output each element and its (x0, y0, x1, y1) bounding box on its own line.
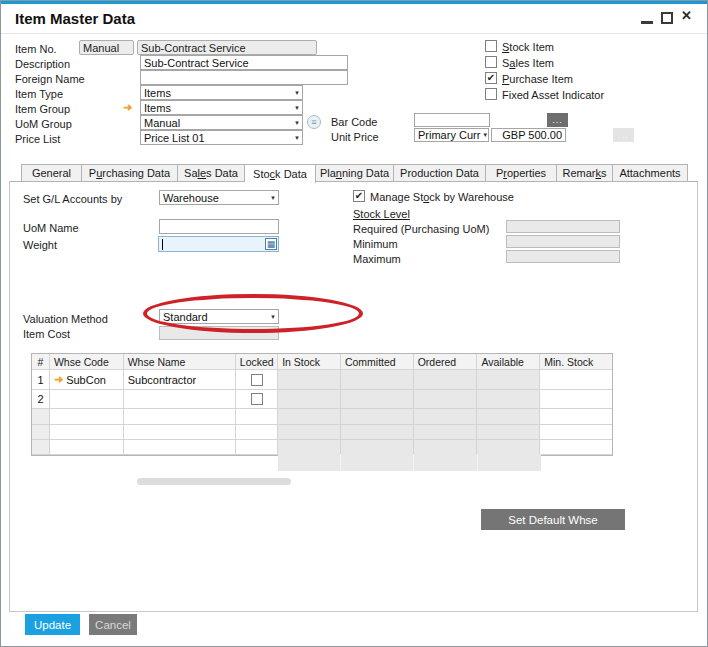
footer-cell (478, 454, 541, 471)
column-header[interactable]: In Stock (278, 354, 341, 370)
manage-stock-checkbox[interactable]: ✔ (353, 190, 365, 202)
item-master-data-window: Item Master Data ✕ Item No. Manual Sub-C… (0, 0, 708, 647)
whse-code-cell[interactable] (50, 409, 124, 425)
column-header[interactable]: Whse Name (124, 354, 237, 370)
whse-name-cell[interactable] (124, 390, 237, 409)
whse-code-cell[interactable] (50, 390, 124, 409)
column-header[interactable]: Ordered (414, 354, 478, 370)
chevron-down-icon: ▼ (270, 195, 276, 201)
tab-general[interactable]: General (21, 164, 82, 182)
column-header[interactable]: Locked (236, 354, 278, 370)
row-number-cell (32, 409, 50, 425)
locked-cell (236, 409, 278, 425)
unit-price-input[interactable]: GBP 500.00 (491, 128, 566, 142)
table-h-scrollbar-thumb[interactable] (137, 478, 291, 485)
tab-stock-data[interactable]: Stock Data (245, 164, 316, 183)
min-stock-cell[interactable] (540, 390, 612, 409)
minimize-icon[interactable] (641, 10, 653, 24)
tab-properties[interactable]: Properties (486, 164, 557, 182)
bar-code-input[interactable] (414, 113, 490, 127)
stock-item-checkbox[interactable] (485, 40, 497, 52)
ordered-cell (414, 425, 478, 440)
whse-name-cell[interactable] (124, 409, 237, 425)
committed-cell (341, 425, 414, 440)
unit-price-currency-select[interactable]: Primary Curr ▼ (414, 128, 489, 142)
whse-code-cell[interactable] (50, 440, 124, 455)
uom-group-list-icon[interactable]: ≡ (307, 115, 321, 129)
column-header[interactable]: Min. Stock (540, 354, 612, 370)
set-gl-accounts-value: Warehouse (163, 192, 219, 204)
row-number-cell (32, 425, 50, 440)
column-header[interactable]: Available (477, 354, 540, 370)
uom-group-select[interactable]: Manual ▼ (140, 115, 303, 130)
min-stock-cell[interactable] (540, 409, 612, 425)
item-cost-label: Item Cost (23, 328, 70, 340)
item-group-link-arrow[interactable]: ➜ (123, 102, 132, 113)
available-cell (477, 409, 540, 425)
bar-code-browse-button[interactable]: ... (547, 113, 568, 127)
item-type-select[interactable]: Items ▼ (140, 85, 303, 100)
tab-remarks[interactable]: Remarks (557, 164, 613, 182)
table-header-row: # Whse Code Whse Name Locked In Stock Co… (32, 354, 612, 370)
min-stock-cell[interactable] (540, 440, 612, 455)
fixed-asset-checkbox[interactable] (485, 88, 497, 100)
grid-picker-icon[interactable]: ▦ (265, 238, 277, 250)
window-accent-bar (1, 1, 707, 4)
in-stock-cell (278, 390, 341, 409)
locked-checkbox[interactable] (251, 393, 263, 405)
whse-name-cell[interactable] (124, 440, 237, 455)
check-icon: ✔ (487, 73, 495, 83)
column-header[interactable]: Whse Code (50, 354, 124, 370)
locked-checkbox[interactable] (251, 374, 263, 386)
sales-item-checkbox[interactable] (485, 56, 497, 68)
link-arrow-icon[interactable]: ➜ (54, 374, 63, 385)
tab-attachments[interactable]: Attachments (613, 164, 688, 182)
foreign-name-input[interactable] (140, 70, 348, 85)
set-gl-accounts-label: Set G/L Accounts by (23, 193, 122, 205)
set-default-whse-button[interactable]: Set Default Whse (481, 509, 625, 530)
committed-cell (341, 390, 414, 409)
price-list-value: Price List 01 (144, 132, 205, 144)
purchase-item-checkbox[interactable]: ✔ (485, 72, 497, 84)
column-header[interactable]: Committed (341, 354, 414, 370)
sales-item-label: Sales Item (502, 57, 554, 69)
whse-name-cell[interactable]: Subcontractor (124, 370, 237, 390)
cancel-button[interactable]: Cancel (89, 614, 137, 635)
min-stock-cell[interactable] (540, 370, 612, 390)
item-cost-field (159, 326, 279, 340)
tab-sales-data[interactable]: Sales Data (178, 164, 245, 182)
min-stock-cell[interactable] (540, 425, 612, 440)
price-list-select[interactable]: Price List 01 ▼ (140, 130, 303, 145)
column-header[interactable]: # (32, 354, 50, 370)
uom-name-input[interactable] (159, 219, 279, 234)
stock-level-heading: Stock Level (353, 208, 410, 220)
chevron-down-icon: ▼ (294, 120, 300, 126)
tab-production-data[interactable]: Production Data (394, 164, 486, 182)
weight-input[interactable]: ▦ (158, 236, 279, 252)
tab-purchasing-data[interactable]: Purchasing Data (82, 164, 178, 182)
whse-code-cell[interactable] (50, 425, 124, 440)
update-button[interactable]: Update (25, 614, 80, 635)
item-group-select[interactable]: Items ▼ (140, 100, 303, 115)
whse-name-cell[interactable] (124, 425, 237, 440)
table-footer-band (278, 454, 541, 471)
description-input[interactable]: Sub-Contract Service (140, 55, 348, 70)
tab-planning-data[interactable]: Planning Data (316, 164, 394, 182)
valuation-method-select[interactable]: Standard ▼ (159, 309, 279, 324)
whse-code-value: SubCon (66, 374, 106, 386)
item-no-name-field[interactable]: Sub-Contract Service (137, 40, 317, 55)
maximize-icon[interactable] (661, 12, 673, 24)
item-no-code-field[interactable]: Manual (79, 40, 134, 55)
whse-code-cell[interactable]: ➜ SubCon (50, 370, 124, 390)
item-no-label: Item No. (15, 43, 57, 55)
close-icon[interactable]: ✕ (681, 8, 692, 23)
row-number-cell (32, 440, 50, 455)
table-row: 2 (32, 390, 612, 409)
unit-price-browse-button[interactable]: ... (613, 128, 634, 142)
table-row (32, 409, 612, 425)
set-gl-accounts-select[interactable]: Warehouse ▼ (159, 190, 279, 205)
footer-cell (341, 454, 414, 471)
ordered-cell (414, 409, 478, 425)
stock-item-label: Stock Item (502, 41, 554, 53)
in-stock-cell (278, 370, 341, 390)
